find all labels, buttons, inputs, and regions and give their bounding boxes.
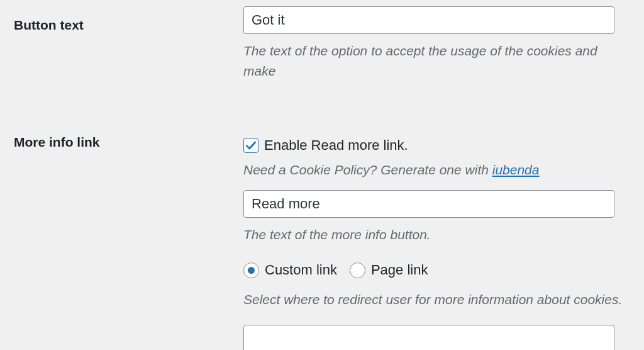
cookie-policy-hint-prefix: Need a Cookie Policy? Generate one with [243, 162, 492, 177]
button-text-label-col: Button text [14, 6, 243, 33]
url-input[interactable] [243, 325, 614, 351]
custom-link-radio[interactable] [243, 262, 259, 278]
enable-read-more-label[interactable]: Enable Read more link. [264, 137, 408, 154]
button-text-description: The text of the option to accept the usa… [243, 41, 630, 81]
iubenda-link[interactable]: iubenda [492, 162, 540, 177]
custom-link-label[interactable]: Custom link [265, 262, 337, 278]
cookie-policy-hint: Need a Cookie Policy? Generate one with … [243, 160, 630, 180]
enable-read-more-row: Enable Read more link. [243, 137, 630, 154]
more-info-label-col: More info link [14, 123, 243, 150]
button-text-content-col: The text of the option to accept the usa… [243, 6, 630, 93]
page-link-label[interactable]: Page link [371, 262, 428, 278]
button-text-input[interactable] [243, 6, 614, 34]
enable-read-more-checkbox[interactable] [243, 138, 258, 153]
read-more-text-description: The text of the more info button. [243, 225, 630, 245]
more-info-content-col: Enable Read more link. Need a Cookie Pol… [243, 123, 630, 350]
check-icon [245, 139, 257, 152]
button-text-label: Button text [14, 18, 84, 32]
more-info-section: More info link Enable Read more link. Ne… [14, 123, 630, 350]
link-type-row: Custom link Page link [243, 262, 630, 278]
button-text-section: Button text The text of the option to ac… [14, 6, 630, 93]
link-type-description: Select where to redirect user for more i… [243, 290, 630, 310]
read-more-text-input[interactable] [243, 190, 614, 218]
page-link-radio[interactable] [350, 262, 365, 278]
more-info-label: More info link [14, 135, 100, 149]
page-link-option: Page link [350, 262, 428, 278]
custom-link-option: Custom link [243, 262, 337, 278]
